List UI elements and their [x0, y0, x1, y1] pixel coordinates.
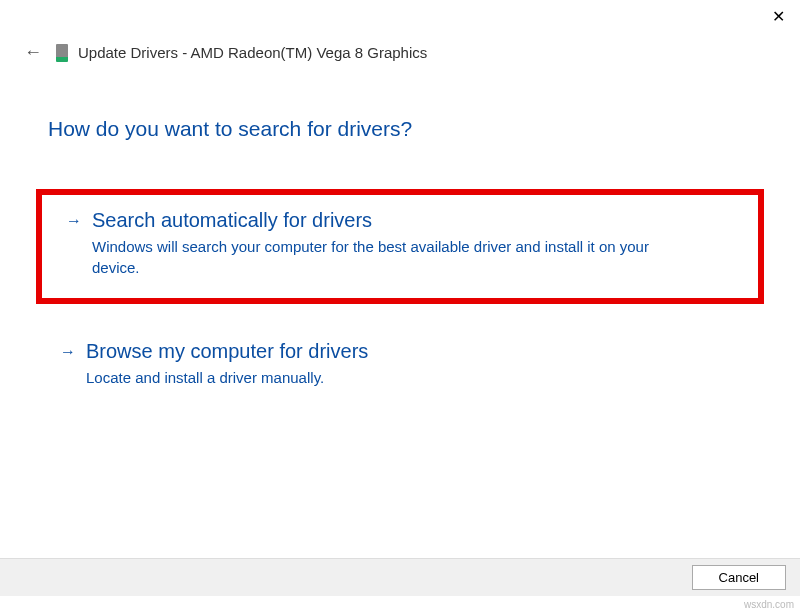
option-search-automatically[interactable]: → Search automatically for drivers Windo…: [36, 189, 764, 304]
window-title: Update Drivers - AMD Radeon(TM) Vega 8 G…: [78, 44, 427, 61]
option-title-row: → Search automatically for drivers: [66, 209, 734, 232]
option-browse-computer[interactable]: → Browse my computer for drivers Locate …: [48, 340, 752, 388]
content-area: How do you want to search for drivers? →…: [0, 63, 800, 388]
question-heading: How do you want to search for drivers?: [48, 117, 752, 141]
option-title: Search automatically for drivers: [92, 209, 372, 232]
window-header: ← Update Drivers - AMD Radeon(TM) Vega 8…: [0, 0, 800, 63]
close-icon[interactable]: ✕: [768, 8, 788, 28]
footer-bar: Cancel: [0, 558, 800, 596]
option-description: Windows will search your computer for th…: [92, 236, 672, 278]
back-arrow-icon[interactable]: ←: [20, 42, 46, 63]
device-icon: [56, 44, 68, 62]
option-title-row: → Browse my computer for drivers: [60, 340, 740, 363]
watermark-text: wsxdn.com: [744, 599, 794, 610]
arrow-right-icon: →: [66, 212, 82, 230]
arrow-right-icon: →: [60, 343, 76, 361]
option-description: Locate and install a driver manually.: [86, 367, 666, 388]
cancel-button[interactable]: Cancel: [692, 565, 786, 590]
option-title: Browse my computer for drivers: [86, 340, 368, 363]
